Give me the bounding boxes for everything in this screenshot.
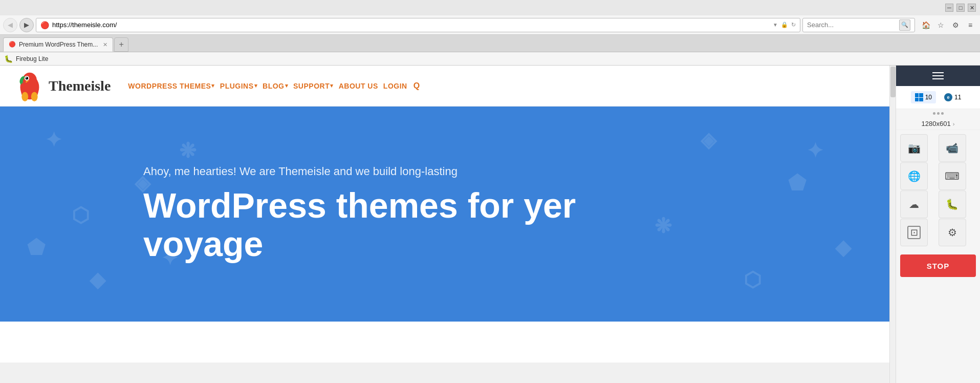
site-header: Themeisle WORDPRESS THEMES ▾ PLUGINS ▾ B…	[0, 66, 896, 107]
blog-arrow-icon: ▾	[285, 82, 289, 89]
hero-title: WordPress themes for yer voyage	[143, 186, 604, 263]
nav-blog[interactable]: BLOG ▾	[260, 80, 290, 92]
svg-point-3	[26, 77, 29, 80]
nav-about-us[interactable]: ABOUT US	[337, 80, 380, 92]
panel-header	[896, 66, 980, 86]
nav-bar: ◀ ▶ 🔴 ▼ 🔒 ↻ 🔍 🏠 ☆ ⚙ ≡	[0, 15, 980, 35]
screenshot-button[interactable]: 📷	[900, 134, 928, 162]
ie-tab[interactable]: e 11	[940, 91, 965, 103]
browser-icon: 🌐	[908, 170, 921, 182]
site-favicon-icon: 🔴	[40, 21, 49, 29]
website-content: Themeisle WORDPRESS THEMES ▾ PLUGINS ▾ B…	[0, 66, 896, 383]
search-button[interactable]: 🔍	[899, 19, 910, 31]
active-tab[interactable]: 🔴 Premium WordPress Them... ✕	[3, 37, 113, 52]
site-name: Themeisle	[49, 78, 111, 94]
panel-dots	[933, 109, 944, 118]
tab-favicon-icon: 🔴	[9, 41, 16, 48]
below-hero-section	[0, 322, 896, 363]
nav-support[interactable]: SUPPORT ▾	[291, 80, 336, 92]
new-tab-button[interactable]: +	[114, 37, 128, 52]
firebug-favicon-icon: 🐛	[4, 55, 13, 63]
keyboard-button[interactable]: ⌨	[939, 162, 966, 190]
nav-plugins[interactable]: PLUGINS ▾	[218, 80, 259, 92]
back-button[interactable]: ◀	[3, 18, 17, 32]
inspect-icon: ⊡	[907, 226, 921, 239]
video-icon: 📹	[946, 142, 959, 154]
upload-icon: ☁	[909, 198, 919, 210]
close-button[interactable]: ✕	[968, 4, 976, 12]
os-tabs: 10 e 11	[896, 86, 980, 109]
resolution-chevron-icon: ›	[953, 121, 955, 127]
hamburger-menu-icon[interactable]	[932, 72, 944, 79]
bug-icon: 🐛	[946, 198, 959, 210]
stop-button[interactable]: STOP	[900, 254, 976, 277]
browser-tool-button[interactable]: 🌐	[900, 162, 928, 190]
nav-right-buttons: 🏠 ☆ ⚙ ≡	[919, 18, 977, 32]
refresh-icon[interactable]: ↻	[791, 22, 796, 28]
keyboard-icon: ⌨	[945, 170, 960, 182]
minimize-button[interactable]: ─	[945, 4, 953, 12]
ie-icon: e	[944, 93, 952, 101]
lock-icon: 🔒	[781, 22, 788, 28]
settings-button[interactable]: ⚙	[949, 18, 962, 32]
support-arrow-icon: ▾	[330, 82, 334, 89]
restore-button[interactable]: □	[956, 4, 965, 12]
hero-subtitle: Ahoy, me hearties! We are Themeisle and …	[143, 165, 896, 178]
forward-button[interactable]: ▶	[19, 18, 34, 32]
windows-version-label: 10	[925, 94, 932, 101]
nav-wordpress-themes[interactable]: WORDPRESS THEMES ▾	[126, 80, 217, 92]
bug-report-button[interactable]: 🐛	[939, 190, 966, 218]
site-logo[interactable]: Themeisle	[15, 71, 111, 101]
url-input[interactable]	[52, 21, 770, 29]
dot-3	[941, 112, 944, 115]
title-bar: ─ □ ✕	[0, 0, 980, 15]
svg-point-8	[31, 92, 38, 101]
inspect-button[interactable]: ⊡	[900, 219, 928, 246]
url-bar: 🔴 ▼ 🔒 ↻	[36, 18, 800, 32]
parrot-logo-icon	[15, 71, 43, 101]
firebug-bar: 🐛 Firebug Lite	[0, 52, 980, 66]
site-navigation: WORDPRESS THEMES ▾ PLUGINS ▾ BLOG ▾ SUPP…	[126, 79, 422, 93]
scroll-thumb[interactable]	[890, 67, 896, 97]
nav-login[interactable]: LOGIN	[381, 80, 409, 92]
search-input[interactable]	[807, 21, 897, 29]
nav-search-button[interactable]: Q	[411, 79, 422, 93]
panel-settings-button[interactable]: ⚙	[939, 219, 966, 246]
tabs-bar: 🔴 Premium WordPress Them... ✕ +	[0, 35, 980, 52]
resolution-selector[interactable]: 1280x601 ›	[896, 118, 980, 130]
home-button[interactable]: 🏠	[919, 18, 932, 32]
hero-section: ✦ ◈ ⬟ ◆ ⬡ ❋ ✦ ◈ ⬟ ◆ ⬡ ❋ ✦ Ahoy, me heart…	[0, 107, 896, 322]
windows-icon	[915, 93, 923, 101]
search-bar: 🔍	[802, 18, 915, 32]
ie-version-label: 11	[954, 94, 961, 101]
upload-button[interactable]: ☁	[900, 190, 928, 218]
bookmark-button[interactable]: ☆	[934, 18, 947, 32]
svg-point-4	[26, 77, 27, 78]
scrollbar[interactable]	[889, 66, 896, 383]
dot-1	[933, 112, 935, 115]
settings-gear-icon: ⚙	[948, 226, 957, 239]
browser-window: ─ □ ✕ ◀ ▶ 🔴 ▼ 🔒 ↻ 🔍 🏠 ☆ ⚙ ≡ 🔴 Premi	[0, 0, 980, 383]
tab-close-button[interactable]: ✕	[103, 41, 107, 48]
menu-button[interactable]: ≡	[964, 18, 977, 32]
window-controls: ─ □ ✕	[945, 4, 976, 12]
video-screenshot-button[interactable]: 📹	[939, 134, 966, 162]
plugins-arrow-icon: ▾	[254, 82, 258, 89]
panel-tools-grid: 📷 📹 🌐 ⌨ ☁ 🐛 ⊡	[896, 130, 980, 250]
right-panel: 10 e 11 1280x601 › 📷	[896, 66, 980, 383]
firebug-label: Firebug Lite	[16, 55, 48, 62]
screenshot-icon: 📷	[908, 142, 921, 154]
url-dropdown-icon[interactable]: ▼	[773, 22, 778, 28]
svg-point-7	[21, 92, 28, 101]
windows-tab[interactable]: 10	[911, 91, 936, 103]
dot-2	[937, 112, 940, 115]
tab-title: Premium WordPress Them...	[19, 41, 98, 48]
resolution-label: 1280x601	[922, 120, 951, 127]
content-area: Themeisle WORDPRESS THEMES ▾ PLUGINS ▾ B…	[0, 66, 980, 383]
wordpress-themes-arrow-icon: ▾	[211, 82, 215, 89]
